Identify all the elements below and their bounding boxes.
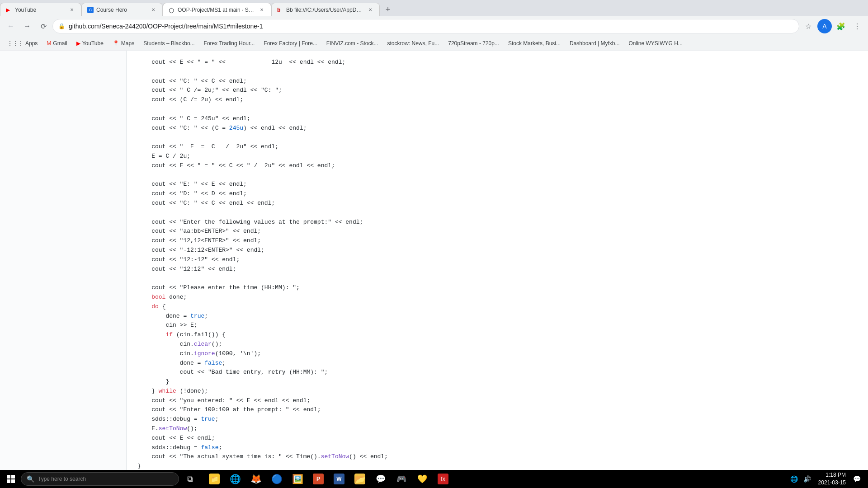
taskbar-app-wechat[interactable]: 💬 [371, 470, 391, 488]
start-button[interactable] [2, 470, 20, 488]
bookmark-720p[interactable]: 720pStream - 720p... [444, 38, 503, 48]
bookmark-wysiwyg[interactable]: Online WYSIWYG H... [625, 38, 686, 48]
word-icon: W [334, 474, 344, 484]
taskbar-app-msg[interactable]: 💛 [412, 470, 432, 488]
code-line-8: E = C / 2u; [137, 152, 857, 161]
bookmark-youtube-label: YouTube [82, 40, 104, 47]
code-line-7: cout << " E = C / 2u" << endl; [137, 142, 857, 152]
code-block: cout << E << " = " << 12u << endl << end… [137, 58, 857, 470]
tab-github[interactable]: ⬡ OOP-Project/MS1 at main · Sene... ✕ [163, 3, 271, 16]
toolbar: ← → ⟳ 🔒 github.com/Seneca-244200/OOP-Pro… [0, 16, 868, 36]
lock-icon: 🔒 [58, 23, 65, 29]
tab-youtube-close[interactable]: ✕ [68, 6, 75, 14]
back-button[interactable]: ← [4, 19, 18, 33]
taskbar-app-discord[interactable]: 🎮 [392, 470, 411, 488]
code-line-24: if (cin.fail()) { [137, 330, 857, 340]
students-label: Students – Blackbo... [143, 40, 194, 47]
bookmark-forex-hours[interactable]: Forex Trading Hour... [200, 38, 259, 48]
taskbar-app-file-explorer[interactable]: 📁 [204, 470, 224, 488]
code-line-1: cout << E << " = " << 12u << endl << end… [137, 58, 857, 67]
code-line-blank5 [137, 208, 857, 218]
network-icon[interactable]: 🌐 [788, 474, 800, 484]
code-line-9: cout << E << " = " << C << " / 2u" << en… [137, 161, 857, 171]
code-line-36: sdds::debug = false; [137, 443, 857, 453]
taskbar-search-text: Type here to search [38, 476, 86, 482]
code-line-6: cout << "C: " << (C = 245u) << endl << e… [137, 124, 857, 133]
folder2-icon: 📂 [354, 474, 365, 484]
wechat-icon: 💬 [375, 474, 386, 484]
tab-youtube[interactable]: ▶ YouTube ✕ [0, 3, 81, 16]
code-line-21: do { [137, 302, 857, 312]
youtube-bm-icon: ▶ [76, 40, 80, 47]
wysiwyg-label: Online WYSIWYG H... [628, 40, 682, 47]
tab-coursehero[interactable]: C Course Hero ✕ [81, 3, 163, 16]
tab-coursehero-title: Course Hero [96, 7, 147, 13]
profile-icon[interactable]: A [817, 19, 832, 33]
bookmark-maps[interactable]: 📍 Maps [109, 38, 138, 48]
code-line-17: cout << "12:-12" << endl; [137, 255, 857, 265]
tab-file-close[interactable]: ✕ [367, 6, 374, 14]
github-favicon: ⬡ [169, 7, 175, 13]
task-view-button[interactable]: ⧉ [180, 470, 200, 488]
powerpoint-icon: P [313, 474, 324, 484]
maps-icon: 📍 [113, 40, 119, 47]
github-page: cout << E << " = " << 12u << endl << end… [0, 51, 868, 470]
code-line-25: cin.clear(); [137, 340, 857, 349]
new-tab-button[interactable]: + [380, 3, 396, 16]
code-line-15: cout << "12,12<ENTER>" << endl; [137, 236, 857, 246]
github-sidebar [0, 51, 127, 470]
taskbar-app-powerpoint[interactable]: P [308, 470, 328, 488]
discord-icon: 🎮 [396, 474, 407, 484]
edge-icon: 🌐 [230, 474, 241, 484]
system-tray: 🌐 🔊 1:18 PM 2021-03-15 💬 [785, 471, 866, 487]
volume-icon[interactable]: 🔊 [802, 474, 813, 484]
forex-factory-label: Forex Factory | Fore... [264, 40, 317, 47]
code-line-37: cout << "The actual system time is: " <<… [137, 452, 857, 462]
taskbar-time[interactable]: 1:18 PM 2021-03-15 [815, 471, 849, 487]
taskbar-app-folder2[interactable]: 📂 [350, 470, 370, 488]
taskbar-app-chrome[interactable]: 🔵 [267, 470, 287, 488]
taskbar-search[interactable]: 🔍 Type here to search [21, 472, 179, 486]
tab-bar: ▶ YouTube ✕ C Course Hero ✕ ⬡ OOP-Projec… [0, 0, 868, 16]
terminal-icon: fx [438, 474, 448, 484]
bookmark-students[interactable]: Students – Blackbo... [140, 38, 198, 48]
bookmark-youtube[interactable]: ▶ YouTube [73, 38, 107, 48]
code-line-blank1 [137, 67, 857, 77]
notification-icon[interactable]: 💬 [851, 474, 863, 484]
code-line-blank6 [137, 274, 857, 283]
bookmark-myfxbook[interactable]: Dashboard | Myfxb... [566, 38, 623, 48]
browser-chrome: ▶ YouTube ✕ C Course Hero ✕ ⬡ OOP-Projec… [0, 0, 868, 51]
code-line-18: cout << "12:12" << endl; [137, 265, 857, 274]
code-line-4: cout << (C /= 2u) << endl; [137, 95, 857, 105]
bookmark-star-icon[interactable]: ☆ [801, 19, 816, 33]
bookmark-stockrow[interactable]: stockrow: News, Fu... [384, 38, 443, 48]
stockrow-label: stockrow: News, Fu... [387, 40, 439, 47]
code-line-33: sdds::debug = true; [137, 415, 857, 424]
menu-icon[interactable]: ⋮ [850, 19, 864, 33]
bookmark-gmail[interactable]: M Gmail [43, 38, 71, 48]
reload-button[interactable]: ⟳ [36, 19, 51, 33]
code-line-32: cout << "Enter 100:100 at the prompt: " … [137, 405, 857, 415]
tab-github-close[interactable]: ✕ [258, 6, 265, 14]
taskbar-date-text: 2021-03-15 [818, 479, 846, 487]
forward-button[interactable]: → [20, 19, 34, 33]
forex-hours-label: Forex Trading Hour... [204, 40, 255, 47]
toolbar-right: ☆ A 🧩 ⋮ [801, 19, 864, 33]
address-bar[interactable]: 🔒 github.com/Seneca-244200/OOP-Project/t… [52, 19, 799, 33]
taskbar-app-photos[interactable]: 🖼️ [288, 470, 307, 488]
bookmark-finviz[interactable]: FINVIZ.com - Stock... [323, 38, 382, 48]
taskbar-app-edge[interactable]: 🌐 [225, 470, 245, 488]
code-line-2: cout << "C: " << C << endl; [137, 77, 857, 86]
firefox-icon: 🦊 [250, 474, 261, 484]
taskbar-app-terminal[interactable]: fx [433, 470, 453, 488]
extensions-icon[interactable]: 🧩 [834, 19, 848, 33]
bookmark-apps[interactable]: ⋮⋮⋮ Apps [4, 38, 41, 48]
bookmark-forex-factory[interactable]: Forex Factory | Fore... [260, 38, 321, 48]
taskbar-app-firefox[interactable]: 🦊 [246, 470, 266, 488]
tab-coursehero-close[interactable]: ✕ [150, 6, 157, 14]
taskbar-app-word[interactable]: W [329, 470, 349, 488]
code-line-16: cout << "-12:12<ENTER>" << endl; [137, 246, 857, 255]
bookmark-stock-markets[interactable]: Stock Markets, Busi... [505, 38, 564, 48]
tab-file[interactable]: b Bb file:///C:/Users/User/AppData/Lo...… [271, 3, 380, 16]
code-line-22: done = true; [137, 312, 857, 321]
